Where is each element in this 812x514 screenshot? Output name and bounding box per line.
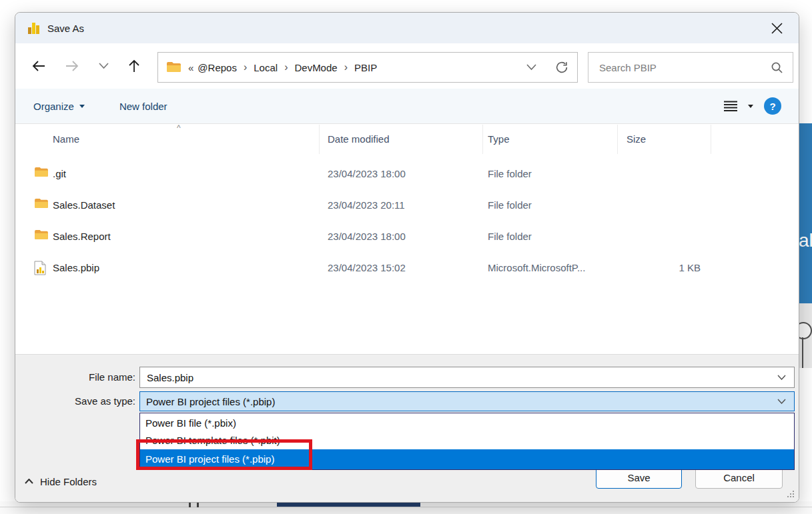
background-bottom-divider xyxy=(0,507,812,507)
save-as-type-value: Power BI project files (*.pbip) xyxy=(146,396,769,407)
hide-folders-button[interactable]: Hide Folders xyxy=(25,473,97,489)
file-list-rows: .git 23/04/2023 18:00 File folder xyxy=(15,158,799,283)
forward-icon[interactable] xyxy=(63,57,81,75)
save-as-dialog: Save As « @Repos›Lo xyxy=(15,12,799,503)
breadcrumb-overflow[interactable]: « xyxy=(188,62,193,73)
breadcrumb-separator: › xyxy=(244,61,247,73)
file-type-cell: Microsoft.MicrosoftP... xyxy=(488,252,585,283)
powerbi-app-icon xyxy=(27,21,41,35)
breadcrumb: « @Repos›Local›DevMode›PBIP xyxy=(181,61,378,73)
column-divider[interactable] xyxy=(711,125,711,154)
file-size-cell: 1 KB xyxy=(611,252,701,283)
breadcrumb-item[interactable]: @Repos xyxy=(197,62,237,73)
chevron-up-icon xyxy=(25,479,33,484)
recent-locations-chevron-icon[interactable] xyxy=(97,57,110,75)
search-icon[interactable] xyxy=(771,61,783,74)
dropdown-option[interactable]: Power BI file (*.pbix) xyxy=(140,415,794,432)
organize-label: Organize xyxy=(33,101,74,112)
breadcrumb-separator: › xyxy=(284,61,288,73)
address-dropdown-chevron-icon[interactable] xyxy=(516,53,546,82)
file-date-cell: 23/04/2023 15:02 xyxy=(328,252,406,283)
command-toolbar: Organize New folder ? xyxy=(15,89,799,124)
back-icon[interactable] xyxy=(30,57,47,75)
file-date-cell: 23/04/2023 18:00 xyxy=(328,221,406,252)
file-size-cell xyxy=(611,158,701,189)
column-divider[interactable] xyxy=(482,125,483,154)
breadcrumb-separator: › xyxy=(344,61,348,73)
toolbar-right-group: ? xyxy=(724,97,781,115)
file-name-label: File name: xyxy=(15,367,135,388)
column-header-date-modified[interactable]: Date modified xyxy=(328,124,390,154)
file-date-cell: 23/04/2023 20:11 xyxy=(328,189,405,221)
dialog-title: Save As xyxy=(47,23,84,34)
hide-folders-label: Hide Folders xyxy=(40,476,97,487)
address-bar[interactable]: « @Repos›Local›DevMode›PBIP xyxy=(157,52,578,83)
file-type-cell: File folder xyxy=(488,189,532,221)
file-size-cell xyxy=(611,189,701,221)
search-box xyxy=(588,52,793,83)
annotation-red-rectangle xyxy=(136,439,312,470)
breadcrumb-item[interactable]: Local xyxy=(254,62,278,73)
navigation-row: « @Repos›Local›DevMode›PBIP xyxy=(15,43,799,89)
folder-icon xyxy=(34,167,49,181)
save-as-type-combo[interactable]: Power BI project files (*.pbip) xyxy=(139,391,795,411)
folder-icon xyxy=(166,61,181,73)
file-name-cell: Sales.pbip xyxy=(53,252,99,283)
file-date-cell: 23/04/2023 18:00 xyxy=(328,158,406,189)
resize-grip[interactable] xyxy=(787,491,795,499)
pbip-file-icon xyxy=(34,261,49,275)
folder-icon xyxy=(34,198,49,213)
save-as-type-label: Save as type: xyxy=(15,391,135,411)
file-name-cell: .git xyxy=(53,158,66,189)
column-header-type[interactable]: Type xyxy=(488,124,510,154)
help-button[interactable]: ? xyxy=(764,97,781,115)
file-name-cell: Sales.Report xyxy=(53,221,111,252)
close-icon[interactable] xyxy=(767,18,787,38)
view-options-button[interactable] xyxy=(724,101,753,112)
chevron-down-icon[interactable] xyxy=(769,375,794,380)
chevron-down-icon xyxy=(79,105,85,108)
refresh-icon[interactable] xyxy=(546,53,577,82)
file-size-cell xyxy=(611,221,701,252)
file-row[interactable]: Sales.pbip 23/04/2023 15:02 Microsoft.Mi… xyxy=(15,252,799,283)
file-name-combo xyxy=(139,367,795,388)
search-input[interactable] xyxy=(598,61,771,74)
column-header-size[interactable]: Size xyxy=(627,124,646,154)
sort-ascending-icon: ^ xyxy=(177,123,181,133)
new-folder-button[interactable]: New folder xyxy=(119,101,167,112)
file-row[interactable]: Sales.Report 23/04/2023 18:00 File folde… xyxy=(15,221,799,252)
chevron-down-icon[interactable] xyxy=(769,399,794,404)
organize-button[interactable]: Organize xyxy=(33,101,85,112)
file-type-cell: File folder xyxy=(488,221,532,252)
file-row[interactable]: Sales.Dataset 23/04/2023 20:11 File fold… xyxy=(15,189,799,221)
chevron-down-icon xyxy=(748,105,753,108)
dialog-footer: File name: Save as type: Power BI projec… xyxy=(15,354,799,502)
up-icon[interactable] xyxy=(125,57,143,75)
file-row[interactable]: .git 23/04/2023 18:00 File folder xyxy=(15,158,799,189)
breadcrumb-item[interactable]: DevMode xyxy=(294,62,337,73)
breadcrumb-item[interactable]: PBIP xyxy=(354,62,377,73)
list-view-icon xyxy=(724,101,737,112)
file-name-input[interactable] xyxy=(140,371,769,384)
column-header-name[interactable]: Name xyxy=(53,124,79,154)
folder-icon xyxy=(34,229,49,244)
background-app-strip: al xyxy=(798,123,812,303)
column-divider[interactable] xyxy=(617,125,618,154)
file-name-cell: Sales.Dataset xyxy=(53,189,115,221)
background-line-shape xyxy=(802,337,803,368)
column-divider[interactable] xyxy=(319,125,320,154)
titlebar: Save As xyxy=(15,13,799,43)
address-bar-controls xyxy=(516,53,577,82)
file-type-cell: File folder xyxy=(488,158,532,189)
background-partial-text: al xyxy=(799,230,812,251)
